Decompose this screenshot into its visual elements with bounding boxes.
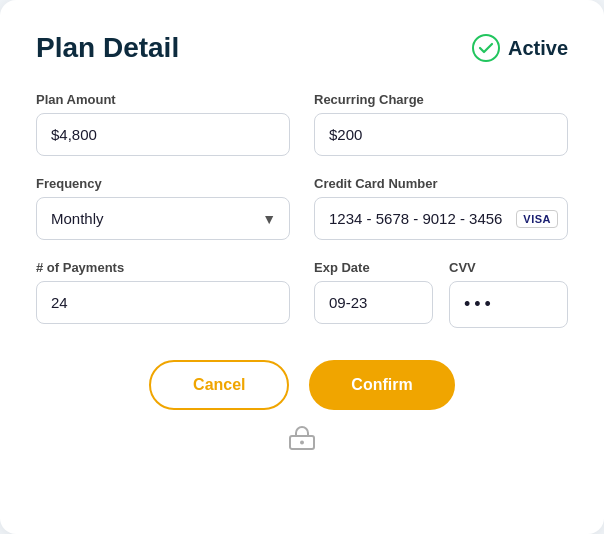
form-grid: Plan Amount Recurring Charge Frequency M… xyxy=(36,92,568,328)
credit-card-label: Credit Card Number xyxy=(314,176,568,191)
footer-icon-area xyxy=(36,426,568,450)
svg-point-0 xyxy=(473,35,499,61)
recurring-charge-input[interactable] xyxy=(314,113,568,156)
recurring-charge-label: Recurring Charge xyxy=(314,92,568,107)
num-payments-group: # of Payments xyxy=(36,260,290,328)
frequency-select[interactable]: Monthly Weekly Annually xyxy=(36,197,290,240)
plan-detail-card: Plan Detail Active Plan Amount Recurring… xyxy=(0,0,604,534)
status-badge: Active xyxy=(472,34,568,62)
cancel-button[interactable]: Cancel xyxy=(149,360,289,410)
button-row: Cancel Confirm xyxy=(36,360,568,410)
svg-point-2 xyxy=(300,441,304,445)
plan-amount-label: Plan Amount xyxy=(36,92,290,107)
num-payments-input[interactable] xyxy=(36,281,290,324)
num-payments-label: # of Payments xyxy=(36,260,290,275)
cvv-group: CVV xyxy=(449,260,568,328)
plan-amount-group: Plan Amount xyxy=(36,92,290,156)
cvv-label: CVV xyxy=(449,260,568,275)
credit-card-input-wrapper: VISA xyxy=(314,197,568,240)
frequency-select-wrapper: Monthly Weekly Annually ▼ xyxy=(36,197,290,240)
credit-card-group: Credit Card Number VISA xyxy=(314,176,568,240)
confirm-button[interactable]: Confirm xyxy=(309,360,454,410)
frequency-label: Frequency xyxy=(36,176,290,191)
status-label: Active xyxy=(508,37,568,60)
exp-date-input[interactable] xyxy=(314,281,433,324)
card-header: Plan Detail Active xyxy=(36,32,568,64)
exp-cvv-row: Exp Date CVV xyxy=(314,260,568,328)
active-check-icon xyxy=(472,34,500,62)
exp-date-group: Exp Date xyxy=(314,260,433,328)
page-title: Plan Detail xyxy=(36,32,179,64)
exp-date-label: Exp Date xyxy=(314,260,433,275)
exp-cvv-col: Exp Date CVV xyxy=(314,260,568,328)
recurring-charge-group: Recurring Charge xyxy=(314,92,568,156)
frequency-group: Frequency Monthly Weekly Annually ▼ xyxy=(36,176,290,240)
lock-icon xyxy=(288,426,316,450)
cvv-input[interactable] xyxy=(449,281,568,328)
plan-amount-input[interactable] xyxy=(36,113,290,156)
visa-badge: VISA xyxy=(516,210,558,228)
